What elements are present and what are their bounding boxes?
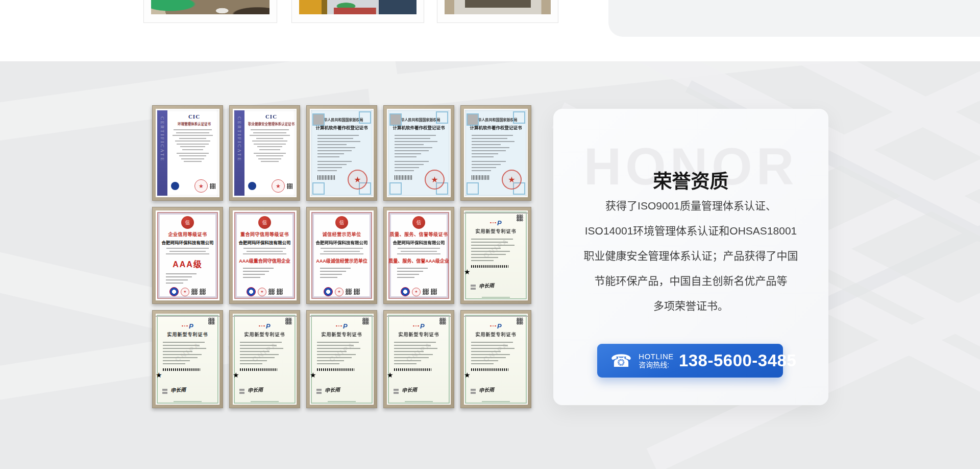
concrete-tank-pit-photo — [445, 0, 551, 14]
grade-text: AAA级 — [156, 257, 219, 270]
certificate-patent[interactable]: CNIPA 信 P 实用新型专利证书 — [306, 310, 377, 408]
corner-ornament — [464, 213, 528, 214]
red-star-seal — [502, 170, 522, 190]
certificate-title: 环境管理体系认证证书 — [169, 121, 219, 126]
certificate-copyright[interactable]: 信 P 中华人民共和国国家版权局 计算机软件著作权登记证书 — [460, 105, 531, 201]
signature: 申长雨 — [170, 385, 186, 394]
qr-code-icon — [191, 289, 198, 295]
certificate-copyright[interactable]: 信 P 中华人民共和国国家版权局 计算机软件著作权登记证书 — [383, 105, 454, 201]
certificate-credit[interactable]: 信 P 诚信经营示范单位 合肥珂玛环保科技有限公司 AAA级诚信经营示范单位 — [306, 207, 377, 304]
red-star-seal — [464, 371, 480, 387]
corner-ornament — [312, 113, 325, 126]
cnipa-p-mark: P — [420, 323, 425, 330]
project-photo-card-2[interactable] — [291, 0, 424, 23]
signature: 申长雨 — [325, 385, 340, 394]
hotline-label-en: HOTLINE — [639, 352, 674, 361]
certificate-patent[interactable]: CNIPA 信 P 实用新型专利证书 — [460, 207, 531, 304]
corner-ornament — [359, 111, 371, 124]
corner-ornament — [310, 316, 374, 317]
certificate-title: 企业信用等级证书 — [156, 231, 219, 238]
blue-round-seal — [324, 287, 333, 296]
barcode — [317, 175, 335, 180]
certificate-credit[interactable]: 信 P 质量、服务、信誉等级证书 合肥珂玛环保科技有限公司 质量、服务、信誉AA… — [383, 207, 454, 304]
certificate-title: 质量、服务、信誉等级证书 — [387, 231, 451, 238]
honor-section: CERTIFICATE 信 P CIC 环境管理体系认证证书 — [0, 61, 980, 469]
corner-ornament — [389, 182, 402, 195]
red-emblem-seal: 信 — [412, 216, 425, 229]
qr-code-icon — [287, 183, 292, 189]
qr-code-icon — [362, 318, 369, 324]
qr-code-icon — [517, 215, 523, 221]
corner-ornament — [312, 182, 325, 195]
red-star-seal — [181, 288, 189, 296]
corner-ornament — [387, 316, 451, 317]
honor-paragraph-line: ISO14001环境管理体系认证和OHSAS18001 — [574, 218, 808, 243]
excavation-site-photo — [151, 0, 270, 14]
certificate-cic[interactable]: CERTIFICATE 信 P CIC 职业健康安全管理体系认证证书 — [229, 105, 300, 201]
corner-ornament — [436, 111, 448, 124]
red-star-seal — [387, 371, 403, 387]
company-name: 合肥珂玛环保科技有限公司 — [387, 239, 451, 245]
qr-code-icon — [431, 289, 437, 295]
issuer-logo: CIC — [246, 113, 297, 120]
corner-ornament — [467, 182, 479, 195]
red-star-seal — [464, 268, 480, 284]
certificate-side-band: CERTIFICATE — [157, 110, 167, 196]
corner-ornament — [513, 111, 525, 124]
certificate-credit[interactable]: 信 P 重合同守信用等级证书 合肥珂玛环保科技有限公司 AAA级重合同守信用企业 — [229, 207, 300, 304]
cnipa-p-mark: P — [189, 323, 193, 330]
certificate-side-band: CERTIFICATE — [234, 110, 244, 196]
honor-paragraph-line: 获得了ISO9001质量管理体系认证、 — [574, 193, 808, 218]
certificate-title: 实用新型专利证书 — [310, 331, 374, 338]
blue-round-seal — [248, 182, 256, 190]
certificate-title: 诚信经营示范单位 — [310, 231, 374, 238]
telephone-icon: ☎ — [610, 352, 632, 369]
signature: 申长雨 — [479, 281, 495, 290]
red-star-seal — [272, 179, 285, 193]
blue-round-seal — [171, 182, 179, 190]
certificate-title: 重合同守信用等级证书 — [233, 231, 297, 238]
certificate-patent[interactable]: CNIPA 信 P 实用新型专利证书 — [152, 310, 223, 408]
signature: 申长雨 — [248, 385, 263, 394]
issuer-logo: CIC — [169, 113, 219, 120]
cnipa-p-mark: P — [497, 220, 502, 226]
project-photo-card-3[interactable] — [437, 0, 558, 23]
hotline-number: 138-5600-3485 — [679, 351, 796, 370]
red-star-seal — [412, 288, 421, 296]
corner-ornament — [464, 316, 528, 317]
certificate-patent[interactable]: CNIPA 信 P 实用新型专利证书 — [229, 310, 300, 408]
previous-section-strip — [0, 0, 980, 61]
honor-paragraph-line: 多项荣誉证书。 — [574, 293, 808, 318]
signature: 申长雨 — [402, 385, 418, 394]
qr-code-icon — [285, 318, 292, 324]
cnipa-p-mark: P — [343, 323, 348, 330]
red-star-seal — [194, 179, 208, 193]
qr-code-icon — [210, 183, 215, 189]
hotline-button[interactable]: ☎ HOTLINE 咨询热线: 138-5600-3485 — [597, 344, 783, 378]
hotline-label-zh: 咨询热线: — [639, 361, 674, 369]
certificate-title: 实用新型专利证书 — [233, 331, 297, 338]
certificate-copyright[interactable]: 信 P 中华人民共和国国家版权局 计算机软件著作权登记证书 — [306, 105, 377, 201]
qr-code-icon — [268, 289, 275, 295]
qr-code-icon — [517, 318, 523, 324]
qr-code-icon — [208, 318, 215, 324]
barcode — [395, 175, 412, 180]
qr-code-icon — [423, 289, 429, 295]
red-star-seal — [348, 170, 368, 190]
certificate-patent[interactable]: CNIPA 信 P 实用新型专利证书 — [460, 310, 531, 408]
cnipa-p-mark: P — [497, 323, 502, 330]
certificate-patent[interactable]: CNIPA 信 P 实用新型专利证书 — [383, 310, 454, 408]
qr-code-icon — [277, 289, 283, 295]
grade-text: 质量、服务、信誉AAA级企业 — [387, 257, 451, 264]
project-photo-card-1[interactable] — [143, 0, 277, 23]
certificate-credit[interactable]: 信 P 企业信用等级证书 合肥珂玛环保科技有限公司 AAA级 — [152, 207, 223, 304]
red-star-seal — [425, 170, 445, 190]
grade-text: AAA级诚信经营示范单位 — [310, 257, 374, 264]
corner-ornament — [467, 113, 479, 126]
certificate-title: 实用新型专利证书 — [387, 331, 451, 338]
certificate-cic[interactable]: CERTIFICATE 信 P CIC 环境管理体系认证证书 — [152, 105, 223, 201]
corner-ornament — [156, 316, 219, 317]
blue-round-seal — [169, 287, 179, 296]
qr-code-icon — [439, 318, 446, 324]
qr-code-icon — [200, 289, 206, 295]
